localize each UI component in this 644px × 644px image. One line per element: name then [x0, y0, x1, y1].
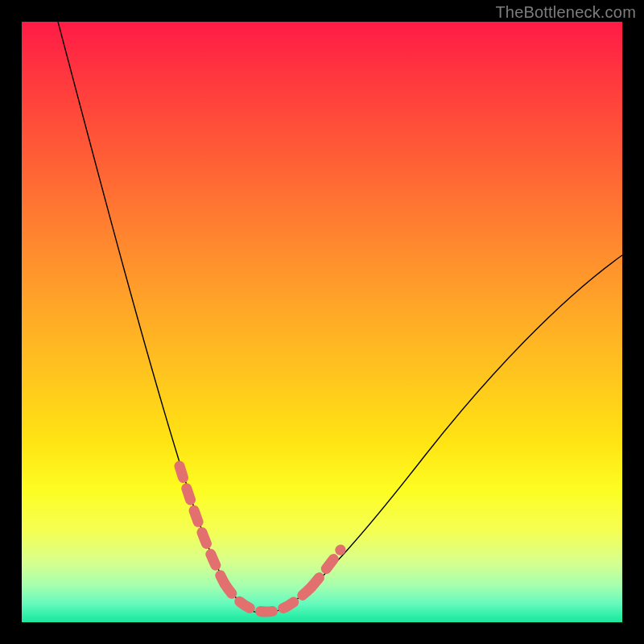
watermark-text: TheBottleneck.com [495, 3, 636, 22]
chart-area [22, 22, 622, 622]
bottleneck-curve [22, 22, 622, 622]
highlight-right-ascent [312, 550, 341, 587]
curve-path [58, 22, 622, 613]
highlight-valley-floor [225, 584, 312, 612]
highlight-left-descent [180, 466, 225, 584]
